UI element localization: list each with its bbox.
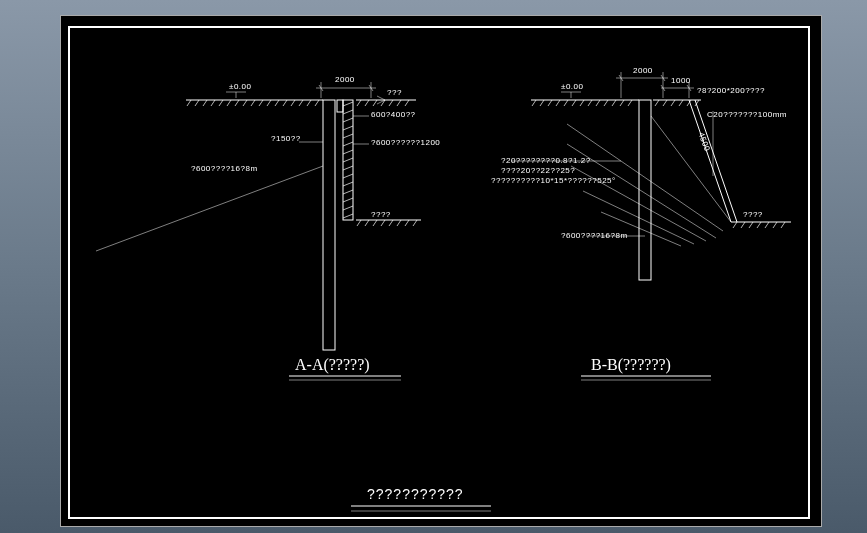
b-datum: ±0.00 — [561, 82, 583, 91]
svg-line-77 — [588, 100, 592, 106]
svg-line-19 — [291, 100, 295, 106]
section-b-title: B-B(??????) — [591, 356, 671, 374]
svg-line-60 — [405, 220, 409, 226]
b-note2: ????20??22??25? — [501, 166, 575, 175]
svg-line-13 — [243, 100, 247, 106]
svg-line-41 — [343, 166, 353, 170]
svg-line-107 — [781, 222, 785, 228]
svg-line-81 — [620, 100, 624, 106]
svg-line-35 — [343, 118, 353, 122]
a-grade: ??? — [387, 88, 402, 97]
svg-line-36 — [343, 126, 353, 130]
svg-line-45 — [343, 198, 353, 202]
svg-line-22 — [315, 100, 319, 106]
svg-line-79 — [604, 100, 608, 106]
svg-line-37 — [343, 134, 353, 138]
svg-line-25 — [365, 100, 369, 106]
svg-rect-31 — [323, 100, 335, 350]
svg-line-16 — [267, 100, 271, 106]
b-note1: ?20????????0.8?1.2? — [501, 156, 591, 165]
svg-line-24 — [357, 100, 361, 106]
svg-rect-90 — [639, 100, 651, 280]
a-600wide: ?600??????1200 — [371, 138, 440, 147]
svg-line-76 — [580, 100, 584, 106]
svg-line-9 — [211, 100, 215, 106]
svg-line-74 — [564, 100, 568, 106]
svg-line-47 — [343, 214, 353, 218]
svg-line-29 — [397, 100, 401, 106]
svg-line-85 — [663, 100, 667, 106]
svg-line-21 — [307, 100, 311, 106]
svg-line-8 — [203, 100, 207, 106]
svg-line-38 — [343, 142, 353, 146]
svg-line-103 — [749, 222, 753, 228]
svg-line-14 — [251, 100, 255, 106]
svg-line-59 — [397, 220, 401, 226]
a-150: ?150?? — [271, 134, 301, 143]
svg-line-40 — [343, 158, 353, 162]
svg-line-39 — [343, 150, 353, 154]
b-bottom: ???? — [743, 210, 763, 219]
svg-line-55 — [365, 220, 369, 226]
svg-line-12 — [235, 100, 239, 106]
svg-line-30 — [405, 100, 409, 106]
svg-line-106 — [773, 222, 777, 228]
svg-line-20 — [299, 100, 303, 106]
svg-line-52 — [96, 166, 323, 251]
svg-line-6 — [187, 100, 191, 106]
b-dim-2000: 2000 — [633, 66, 653, 75]
section-a-title: A-A(?????) — [295, 356, 370, 374]
svg-line-61 — [413, 220, 417, 226]
svg-line-58 — [389, 220, 393, 226]
drawing-title: ??????????? — [367, 486, 464, 502]
svg-line-42 — [343, 174, 353, 178]
svg-line-15 — [259, 100, 263, 106]
svg-line-26 — [373, 100, 377, 106]
svg-line-56 — [373, 220, 377, 226]
svg-line-33 — [343, 102, 353, 106]
b-pile-spec: ?600????16?8m — [561, 231, 628, 240]
svg-line-17 — [275, 100, 279, 106]
svg-line-34 — [343, 110, 353, 114]
svg-line-43 — [343, 182, 353, 186]
svg-line-28 — [389, 100, 393, 106]
svg-line-80 — [612, 100, 616, 106]
b-concrete-spec: C20???????100mm — [707, 110, 787, 119]
a-dim-2000: 2000 — [335, 75, 355, 84]
a-600x400: 600?400?? — [371, 110, 416, 119]
svg-rect-50 — [337, 100, 343, 112]
svg-line-105 — [765, 222, 769, 228]
svg-line-102 — [741, 222, 745, 228]
svg-line-101 — [733, 222, 737, 228]
a-bottom: ???? — [371, 210, 391, 219]
svg-line-87 — [679, 100, 683, 106]
svg-line-46 — [343, 206, 353, 210]
svg-line-7 — [195, 100, 199, 106]
svg-line-10 — [219, 100, 223, 106]
svg-line-70 — [532, 100, 536, 106]
svg-line-44 — [343, 190, 353, 194]
svg-line-96 — [601, 212, 681, 246]
svg-line-71 — [540, 100, 544, 106]
svg-line-86 — [671, 100, 675, 106]
svg-line-57 — [381, 220, 385, 226]
svg-line-72 — [548, 100, 552, 106]
cad-canvas: ±0.00 2000 ??? 600?400?? ?600??????1200 … — [60, 15, 822, 527]
b-dim-1000: 1000 — [671, 76, 691, 85]
svg-line-54 — [357, 220, 361, 226]
svg-line-104 — [757, 222, 761, 228]
svg-line-78 — [596, 100, 600, 106]
b-note3: ??????????10*15*??????525° — [491, 176, 616, 185]
b-anchor-spec: ?8?200*200???? — [697, 86, 765, 95]
svg-line-84 — [655, 100, 659, 106]
svg-line-11 — [227, 100, 231, 106]
a-pile-spec: ?600????16?8m — [191, 164, 258, 173]
svg-line-82 — [628, 100, 632, 106]
a-datum: ±0.00 — [229, 82, 251, 91]
svg-line-73 — [556, 100, 560, 106]
svg-line-18 — [283, 100, 287, 106]
svg-line-75 — [572, 100, 576, 106]
